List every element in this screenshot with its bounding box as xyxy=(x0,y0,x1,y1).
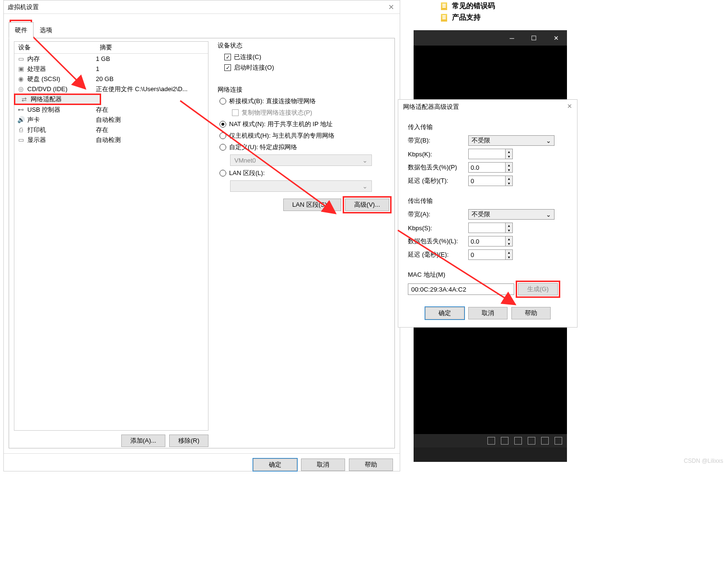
tab-hardware[interactable]: 硬件 xyxy=(9,22,34,38)
hw-row-display[interactable]: ▭显示器自动检测 xyxy=(14,135,208,145)
cd-icon[interactable] xyxy=(501,437,508,445)
radio-host-only[interactable]: 仅主机模式(H): 与主机共享的专用网络 xyxy=(220,131,389,140)
hw-row-cpu[interactable]: ▣处理器1 xyxy=(14,64,208,74)
bg-doc-item[interactable]: 常见的错误码 xyxy=(441,1,495,11)
spinner[interactable]: ▲▼ xyxy=(506,249,513,260)
chk-connect-at-power[interactable]: ✓ 启动时连接(O) xyxy=(224,63,389,72)
printer-icon: ⎙ xyxy=(17,127,25,133)
hw-row-usb[interactable]: ⊷USB 控制器存在 xyxy=(14,105,208,115)
hw-row-cd[interactable]: ◎CD/DVD (IDE)正在使用文件 C:\Users\adei2\D... xyxy=(14,84,208,94)
printer-icon[interactable] xyxy=(528,437,535,445)
ok-button[interactable]: 确定 xyxy=(253,459,297,471)
hw-value: 存在 xyxy=(96,126,208,134)
col-device[interactable]: 设备 xyxy=(14,42,96,53)
spinner[interactable]: ▲▼ xyxy=(506,162,513,173)
bandwidth-select[interactable]: 不受限 ⌄ xyxy=(468,135,555,146)
dialog-titlebar[interactable]: 网络适配器高级设置 ✕ xyxy=(398,100,577,114)
dialog-title: 虚拟机设置 xyxy=(8,3,386,12)
display-icon[interactable] xyxy=(555,437,562,445)
hw-label: 硬盘 (SCSI) xyxy=(27,75,96,83)
radio-custom[interactable]: 自定义(U): 特定虚拟网络 xyxy=(220,143,389,152)
radio-icon xyxy=(220,170,226,176)
sound-icon[interactable] xyxy=(541,437,549,445)
label: 延迟 (毫秒)(T): xyxy=(408,176,468,185)
close-button[interactable]: ✕ xyxy=(545,30,567,46)
advanced-button[interactable]: 高级(V)... xyxy=(345,199,389,211)
cancel-button[interactable]: 取消 xyxy=(468,307,508,319)
bg-doc-item[interactable]: 产品支持 xyxy=(441,13,481,22)
hw-label: CD/DVD (IDE) xyxy=(27,85,96,93)
hw-value: 存在 xyxy=(96,106,208,114)
incoming-title: 传入传输 xyxy=(408,123,567,131)
tab-panel-hardware: 设备 摘要 ▭内存1 GB▣处理器1◉硬盘 (SCSI)20 GB◎CD/DVD… xyxy=(9,38,395,448)
field-out-kbps: Kbps(S): ▲▼ xyxy=(408,223,567,233)
hw-row-sound[interactable]: 🔊声卡自动检测 xyxy=(14,115,208,125)
bg-doc-label: 产品支持 xyxy=(452,13,481,22)
kbps-input[interactable] xyxy=(468,149,506,159)
device-detail-panel: 设备状态 ✓ 已连接(C) ✓ 启动时连接(O) 网络连接 桥接模式(B): 直… xyxy=(218,41,389,211)
maximize-button[interactable]: ☐ xyxy=(523,30,545,46)
close-icon[interactable]: ✕ xyxy=(567,103,572,111)
net-buttons: LAN 区段(S)... 高级(V)... xyxy=(218,199,389,211)
chk-replicate: 复制物理网络连接状态(P) xyxy=(232,108,389,117)
help-button[interactable]: 帮助 xyxy=(349,459,393,471)
hw-value: 20 GB xyxy=(96,75,208,82)
spinner[interactable]: ▲▼ xyxy=(506,176,513,186)
close-icon[interactable]: ✕ xyxy=(386,2,396,12)
ok-button[interactable]: 确定 xyxy=(425,307,464,319)
hw-label: 网络适配器 xyxy=(31,95,97,104)
dialog-titlebar[interactable]: 虚拟机设置 ✕ xyxy=(4,0,400,14)
hw-value: 自动检测 xyxy=(96,116,208,124)
spinner[interactable]: ▲▼ xyxy=(506,149,513,159)
label: 带宽(A): xyxy=(408,210,468,219)
mac-input[interactable] xyxy=(408,283,514,295)
lan-dropdown: ⌄ xyxy=(230,180,372,192)
chk-label: 复制物理网络连接状态(P) xyxy=(242,108,312,117)
cd-icon: ◎ xyxy=(17,86,25,93)
radio-bridged[interactable]: 桥接模式(B): 直接连接物理网络 xyxy=(220,97,389,106)
loss-input[interactable] xyxy=(468,236,506,247)
net-icon[interactable] xyxy=(514,437,522,445)
chevron-down-icon: ⌄ xyxy=(546,211,551,218)
hardware-list: 设备 摘要 ▭内存1 GB▣处理器1◉硬盘 (SCSI)20 GB◎CD/DVD… xyxy=(14,41,208,431)
lan-segments-button[interactable]: LAN 区段(S)... xyxy=(283,199,341,211)
disk-icon: ◉ xyxy=(17,76,25,82)
hw-value: 1 GB xyxy=(96,55,208,62)
chk-connected[interactable]: ✓ 已连接(C) xyxy=(224,53,389,61)
vm-statusbar xyxy=(414,434,567,447)
cancel-button[interactable]: 取消 xyxy=(301,459,345,471)
delay-input[interactable] xyxy=(468,176,506,186)
sel-value: 不受限 xyxy=(472,210,490,219)
spinner[interactable]: ▲▼ xyxy=(506,236,513,247)
help-button[interactable]: 帮助 xyxy=(511,307,551,319)
kbps-input[interactable] xyxy=(468,223,506,233)
delay-input[interactable] xyxy=(468,249,506,260)
dd-value: VMnet0 xyxy=(234,157,256,164)
memory-icon: ▭ xyxy=(17,56,25,62)
minimize-button[interactable]: ─ xyxy=(501,30,523,46)
radio-label: 自定义(U): 特定虚拟网络 xyxy=(229,143,297,152)
dialog-footer: 确定 取消 帮助 xyxy=(4,453,400,476)
advanced-network-dialog: 网络适配器高级设置 ✕ 传入传输 带宽(B): 不受限 ⌄ Kbps(K): ▲… xyxy=(398,99,578,328)
radio-nat[interactable]: NAT 模式(N): 用于共享主机的 IP 地址 xyxy=(220,120,389,129)
hw-row-printer[interactable]: ⎙打印机存在 xyxy=(14,125,208,135)
radio-icon xyxy=(220,144,226,151)
bandwidth-select[interactable]: 不受限 ⌄ xyxy=(468,209,555,220)
spinner[interactable]: ▲▼ xyxy=(506,223,513,233)
remove-button[interactable]: 移除(R) xyxy=(169,435,208,447)
radio-lan[interactable]: LAN 区段(L): xyxy=(220,169,389,177)
hw-list-header: 设备 摘要 xyxy=(14,42,208,54)
hw-row-memory[interactable]: ▭内存1 GB xyxy=(14,54,208,64)
field-in-bandwidth: 带宽(B): 不受限 ⌄ xyxy=(408,135,567,146)
mac-title: MAC 地址(M) xyxy=(408,270,567,279)
disk-icon[interactable] xyxy=(487,437,495,445)
loss-input[interactable] xyxy=(468,162,506,173)
tab-strip: 硬件 选项 xyxy=(9,22,400,38)
add-button[interactable]: 添加(A)... xyxy=(121,435,165,447)
col-summary[interactable]: 摘要 xyxy=(96,42,208,53)
hw-row-disk[interactable]: ◉硬盘 (SCSI)20 GB xyxy=(14,74,208,84)
hw-row-net[interactable]: ⇄网络适配器NAT xyxy=(14,94,101,105)
generate-button[interactable]: 生成(G) xyxy=(518,283,558,295)
field-out-delay: 延迟 (毫秒)(E): ▲▼ xyxy=(408,249,567,260)
tab-options[interactable]: 选项 xyxy=(34,22,58,38)
